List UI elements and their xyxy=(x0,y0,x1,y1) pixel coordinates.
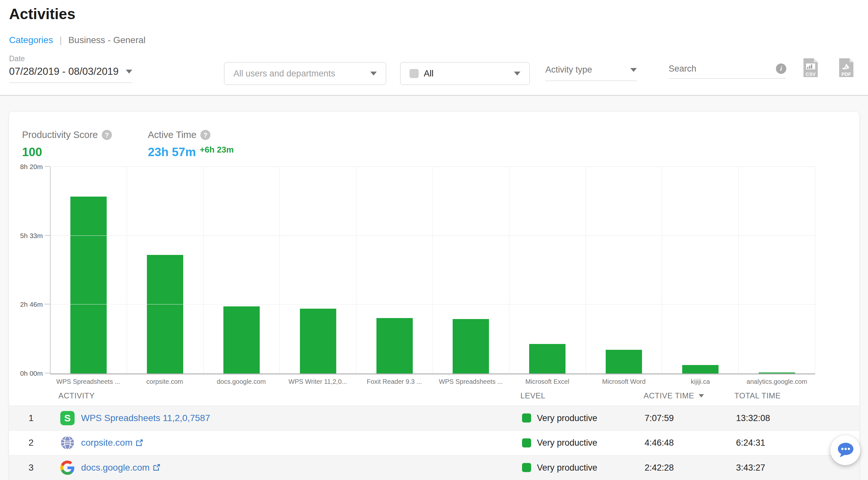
x-axis-label: WPS Writer 11,2,0... xyxy=(279,378,356,385)
active-time-delta: +6h 23m xyxy=(200,145,234,155)
wps-spreadsheets-icon: S xyxy=(60,411,74,425)
activity-type-select[interactable]: Activity type xyxy=(546,65,637,81)
export-pdf-button[interactable]: PDF xyxy=(838,58,854,79)
bar-Microsoft Word[interactable] xyxy=(606,350,642,373)
level-swatch xyxy=(522,463,531,472)
y-axis-label: 2h 46m xyxy=(5,301,43,308)
active-time-value: 2:42:28 xyxy=(645,462,674,473)
external-link-icon[interactable] xyxy=(135,439,143,447)
chart-column xyxy=(509,167,586,373)
x-axis-label: WPS Spreadsheets ... xyxy=(433,378,509,385)
y-axis-label: 5h 33m xyxy=(5,232,43,240)
chart-column xyxy=(280,167,356,373)
table-row: 1SWPS Spreadsheets 11,2,0,7587Very produ… xyxy=(9,406,859,431)
column-header-total-time: TOTAL TIME xyxy=(735,391,781,400)
y-tick-mark xyxy=(45,235,50,236)
chart-column xyxy=(433,167,509,373)
table-row: 2corpsite.comVery productive4:46:486:24:… xyxy=(9,431,859,455)
x-axis-label: analytics.google.com xyxy=(739,378,815,385)
x-axis-label: Microsoft Word xyxy=(586,378,662,385)
level-cell: Very productive xyxy=(522,462,597,473)
productivity-score-block: Productivity Score ? 100 xyxy=(22,130,112,159)
column-header-active-time[interactable]: ACTIVE TIME xyxy=(644,391,704,400)
activities-table: ACTIVITY LEVEL ACTIVE TIME TOTAL TIME 1S… xyxy=(9,389,859,480)
x-axis-label: kijiji.ca xyxy=(662,378,739,385)
csv-file-icon: CSV xyxy=(803,58,818,78)
breadcrumb-categories-link[interactable]: Categories xyxy=(9,35,53,45)
users-departments-select[interactable]: All users and departments xyxy=(224,62,386,85)
bar-Microsoft Excel[interactable] xyxy=(529,344,565,373)
productivity-all-swatch xyxy=(409,69,418,78)
active-time-label: Active Time xyxy=(148,130,196,140)
activity-link[interactable]: WPS Spreadsheets 11,2,0,7587 xyxy=(81,413,210,423)
bar-kijiji.ca[interactable] xyxy=(682,365,718,373)
bar-corpsite.com[interactable] xyxy=(147,255,183,373)
active-time-value: 7:07:59 xyxy=(645,413,674,423)
export-csv-button[interactable]: CSV xyxy=(803,58,818,79)
activity-link[interactable]: corpsite.com xyxy=(81,438,143,448)
chart-column xyxy=(662,167,739,373)
table-body: 1SWPS Spreadsheets 11,2,0,7587Very produ… xyxy=(9,406,859,480)
activity-link[interactable]: docs.google.com xyxy=(81,462,160,473)
chart-column xyxy=(127,167,204,373)
info-icon[interactable]: i xyxy=(776,64,786,74)
total-time-value: 6:24:31 xyxy=(736,438,765,448)
chevron-down-icon xyxy=(126,70,132,73)
date-range-picker[interactable]: Date 07/28/2019 - 08/03/2019 xyxy=(9,55,132,83)
active-time-value: 23h 57m xyxy=(148,145,196,159)
level-swatch xyxy=(522,438,531,447)
date-label: Date xyxy=(9,55,132,63)
chart-column xyxy=(739,167,815,373)
bar-Foxit Reader 9.3 ...[interactable] xyxy=(376,318,413,373)
chat-bubble-icon xyxy=(836,441,855,459)
external-link-icon[interactable] xyxy=(152,464,160,472)
search-field: i xyxy=(669,64,786,79)
svg-text:PDF: PDF xyxy=(841,71,851,77)
date-range-value: 07/28/2019 - 08/03/2019 xyxy=(9,66,119,77)
x-axis-label: Foxit Reader 9.3 ... xyxy=(356,378,433,385)
help-icon[interactable]: ? xyxy=(200,130,211,140)
chevron-down-icon xyxy=(514,72,520,75)
bar-analytics.google.com[interactable] xyxy=(759,373,795,373)
level-swatch xyxy=(522,414,531,423)
x-axis-label: WPS Spreadsheets ... xyxy=(50,378,126,385)
bar-WPS Writer 11,2,0...[interactable] xyxy=(300,309,336,373)
table-row: 3docs.google.comVery productive2:42:283:… xyxy=(9,455,859,480)
total-time-value: 3:43:27 xyxy=(736,462,765,473)
bar-WPS Spreadsheets ...[interactable] xyxy=(453,319,489,373)
bar-WPS Spreadsheets ...[interactable] xyxy=(70,197,107,373)
level-label: Very productive xyxy=(537,438,597,448)
chat-support-button[interactable] xyxy=(830,435,860,465)
productivity-filter-value: All xyxy=(424,69,514,79)
y-axis-label: 8h 20m xyxy=(5,163,43,171)
bar-chart: 0h 00m2h 46m5h 33m8h 20m xyxy=(50,167,815,374)
productivity-filter-select[interactable]: All xyxy=(400,62,530,85)
globe-icon xyxy=(60,436,74,450)
chart-column xyxy=(356,167,433,373)
users-departments-placeholder: All users and departments xyxy=(234,69,370,79)
breadcrumb: Categories | Business - General xyxy=(9,35,146,45)
x-axis-label: docs.google.com xyxy=(203,378,279,385)
row-rank: 1 xyxy=(29,413,43,423)
x-axis-label: corpsite.com xyxy=(126,378,203,385)
bar-docs.google.com[interactable] xyxy=(223,306,260,373)
level-label: Very productive xyxy=(537,462,597,473)
column-header-activity: ACTIVITY xyxy=(58,391,95,400)
pdf-file-icon: PDF xyxy=(838,58,854,78)
total-time-value: 13:32:08 xyxy=(736,413,770,423)
page-title: Activities xyxy=(9,5,75,23)
gridline xyxy=(51,167,816,167)
svg-text:CSV: CSV xyxy=(806,71,816,77)
productivity-score-label: Productivity Score xyxy=(22,130,98,140)
breadcrumb-separator: | xyxy=(53,35,68,45)
chart-column xyxy=(204,167,280,373)
help-icon[interactable]: ? xyxy=(102,130,112,140)
productivity-score-value: 100 xyxy=(22,145,112,159)
level-label: Very productive xyxy=(537,413,597,423)
level-cell: Very productive xyxy=(522,438,597,448)
search-input[interactable] xyxy=(669,64,756,74)
chevron-down-icon xyxy=(370,72,377,75)
report-card: Productivity Score ? 100 Active Time ? 2… xyxy=(9,112,859,480)
chevron-down-icon xyxy=(630,68,637,72)
google-icon xyxy=(60,460,74,475)
